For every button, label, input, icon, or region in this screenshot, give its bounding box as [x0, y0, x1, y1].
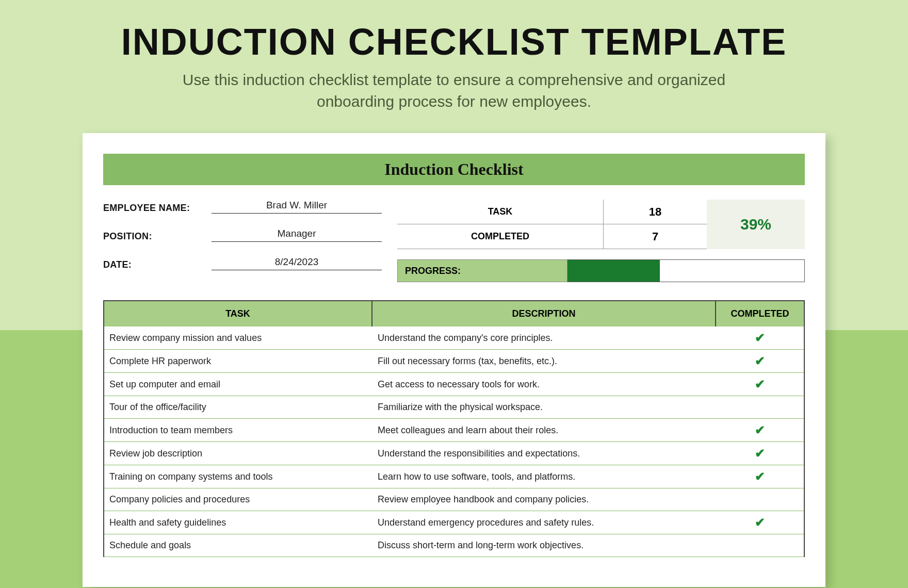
stat-label-task: TASK — [397, 200, 604, 224]
percent-box: 39% — [707, 200, 805, 249]
checklist-sheet: Induction Checklist EMPLOYEE NAME: Brad … — [83, 133, 825, 587]
cell-description: Get access to necessary tools for work. — [372, 375, 716, 394]
table-row: Schedule and goalsDiscuss short-term and… — [104, 534, 804, 557]
progress-track — [568, 259, 805, 282]
field-employee-name: EMPLOYEE NAME: Brad W. Miller — [103, 200, 382, 214]
cell-task: Review company mission and values — [104, 329, 372, 348]
table-body: Review company mission and valuesUnderst… — [104, 326, 804, 557]
cell-task: Schedule and goals — [104, 536, 372, 555]
cell-completed[interactable]: ✔ — [716, 326, 804, 349]
cell-description: Familiarize with the physical workspace. — [372, 398, 716, 417]
value-employee-name[interactable]: Brad W. Miller — [212, 200, 382, 214]
table-row: Complete HR paperworkFill out necessary … — [104, 350, 804, 373]
cell-task: Introduction to team members — [104, 421, 372, 440]
table-row: Training on company systems and toolsLea… — [104, 465, 804, 488]
stat-row-task: TASK 18 — [397, 200, 707, 224]
cell-description: Understand the responsibilities and expe… — [372, 444, 716, 463]
cell-task: Review job description — [104, 444, 372, 463]
page-title: INDUCTION CHECKLIST TEMPLATE — [0, 21, 908, 63]
table-head: TASK DESCRIPTION COMPLETED — [104, 301, 804, 326]
meta-section: EMPLOYEE NAME: Brad W. Miller POSITION: … — [103, 200, 805, 285]
label-position: POSITION: — [103, 231, 212, 242]
cell-description: Meet colleagues and learn about their ro… — [372, 421, 716, 440]
task-table: TASK DESCRIPTION COMPLETED Review compan… — [103, 300, 805, 557]
cell-completed[interactable]: ✔ — [716, 511, 804, 534]
page-header: INDUCTION CHECKLIST TEMPLATE Use this in… — [0, 0, 908, 112]
field-date: DATE: 8/24/2023 — [103, 256, 382, 270]
col-header-task: TASK — [104, 301, 372, 326]
table-row: Review company mission and valuesUnderst… — [104, 326, 804, 350]
stats-box: TASK 18 COMPLETED 7 39% — [397, 200, 805, 249]
value-position[interactable]: Manager — [212, 228, 382, 242]
cell-description: Learn how to use software, tools, and pl… — [372, 467, 716, 486]
value-date[interactable]: 8/24/2023 — [212, 256, 382, 270]
sheet-title: Induction Checklist — [103, 154, 805, 185]
progress-row: PROGRESS: — [397, 259, 805, 282]
cell-completed[interactable]: ✔ — [716, 373, 804, 396]
stat-label-completed: COMPLETED — [397, 224, 604, 249]
field-position: POSITION: Manager — [103, 228, 382, 242]
cell-completed[interactable] — [716, 496, 804, 504]
cell-description: Understand the company's core principles… — [372, 329, 716, 348]
table-row: Tour of the office/facilityFamiliarize w… — [104, 396, 804, 419]
stats-grid: TASK 18 COMPLETED 7 — [397, 200, 707, 249]
cell-task: Set up computer and email — [104, 375, 372, 394]
col-header-completed: COMPLETED — [716, 301, 804, 326]
cell-completed[interactable] — [716, 403, 804, 412]
table-row: Introduction to team membersMeet colleag… — [104, 419, 804, 442]
cell-completed[interactable]: ✔ — [716, 465, 804, 488]
table-row: Company policies and proceduresReview em… — [104, 488, 804, 511]
cell-completed[interactable]: ✔ — [716, 419, 804, 442]
meta-right: TASK 18 COMPLETED 7 39% PROGRESS: — [397, 200, 805, 282]
cell-task: Health and safety guidelines — [104, 513, 372, 532]
stat-row-completed: COMPLETED 7 — [397, 224, 707, 249]
cell-completed[interactable]: ✔ — [716, 350, 804, 372]
progress-fill — [568, 260, 660, 282]
label-employee-name: EMPLOYEE NAME: — [103, 203, 212, 214]
cell-description: Understand emergency procedures and safe… — [372, 513, 716, 532]
progress-label: PROGRESS: — [397, 259, 568, 282]
cell-task: Tour of the office/facility — [104, 398, 372, 417]
page-subtitle: Use this induction checklist template to… — [0, 69, 908, 112]
table-row: Health and safety guidelinesUnderstand e… — [104, 511, 804, 534]
cell-task: Complete HR paperwork — [104, 352, 372, 371]
stat-value-task: 18 — [604, 205, 707, 219]
stat-value-completed: 7 — [604, 230, 707, 243]
cell-completed[interactable] — [716, 542, 804, 550]
cell-description: Fill out necessary forms (tax, benefits,… — [372, 352, 716, 371]
table-row: Review job descriptionUnderstand the res… — [104, 442, 804, 465]
cell-task: Training on company systems and tools — [104, 467, 372, 486]
meta-left: EMPLOYEE NAME: Brad W. Miller POSITION: … — [103, 200, 382, 285]
cell-task: Company policies and procedures — [104, 490, 372, 509]
cell-description: Discuss short-term and long-term work ob… — [372, 536, 716, 555]
table-row: Set up computer and emailGet access to n… — [104, 373, 804, 396]
col-header-description: DESCRIPTION — [372, 301, 716, 326]
label-date: DATE: — [103, 259, 212, 270]
cell-description: Review employee handbook and company pol… — [372, 490, 716, 509]
cell-completed[interactable]: ✔ — [716, 442, 804, 465]
